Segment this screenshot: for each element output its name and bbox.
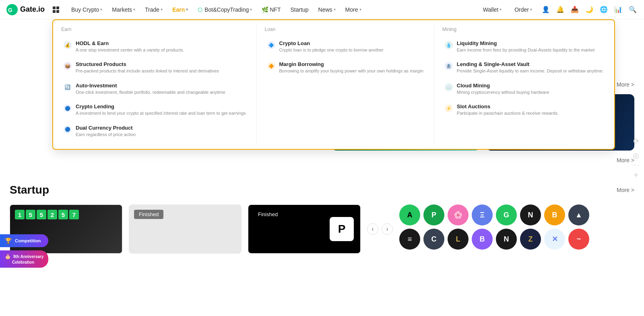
structured-products-item[interactable]: 📦 Structured Products Pre-packed product… <box>61 58 248 77</box>
loan-section: Loan 🔷 Crypto Loan Crypto loan is to ple… <box>257 20 434 149</box>
startup-section: Startup More > 1 5 5 2 5 7 <box>0 176 644 270</box>
slot-auctions-item[interactable]: ⚡ Slot Auctions Participate in parachain… <box>442 100 606 120</box>
divider-side <box>631 165 639 165</box>
search-icon[interactable]: 🔍 <box>628 5 638 14</box>
nav-earn[interactable]: Earn ▾ <box>168 5 192 14</box>
lending-vault-icon: 🏦 <box>445 62 453 70</box>
loan-section-title: Loan <box>265 27 426 32</box>
token-icon[interactable]: ~ <box>568 229 589 250</box>
download-icon[interactable]: 📥 <box>570 5 580 14</box>
settings-icon[interactable]: ◎ <box>631 151 641 160</box>
nav-order[interactable]: Order ▾ <box>510 5 536 14</box>
earn-section: Earn 💰 HODL & Earn A one stop investment… <box>53 20 256 149</box>
cloud-mining-icon: ☁️ <box>445 83 453 91</box>
buy-crypto-chevron: ▾ <box>100 7 102 12</box>
nav-wallet[interactable]: Wallet ▾ <box>479 5 506 14</box>
account-icon[interactable]: 👤 <box>541 5 551 14</box>
competition-button[interactable]: 🏆 Competition <box>0 234 48 247</box>
token-row-1: A P 🌸 Ξ G N B ▲ <box>399 204 634 225</box>
finished-badge-1: Finished <box>134 210 163 219</box>
token-icon[interactable]: 🌸 <box>448 204 469 225</box>
crypto-lending-icon: 🔵 <box>64 104 72 112</box>
navbar-right: Wallet ▾ Order ▾ 👤 🔔 📥 🌙 🌐 📊 🔍 <box>479 5 638 14</box>
token-icon[interactable]: G <box>496 204 517 225</box>
navbar: G Gate.io Buy Crypto ▾ Markets ▾ Trade ▾… <box>0 0 644 19</box>
globe-icon[interactable]: 🌐 <box>599 5 609 14</box>
mining-section: Mining 💧 Liquidity Mining Earn income fr… <box>434 20 614 149</box>
nav-bot-copy[interactable]: ⬡ Bot&CopyTrading ▾ <box>194 5 256 14</box>
nav-trade[interactable]: Trade ▾ <box>141 5 167 14</box>
logo[interactable]: G Gate.io <box>6 4 45 15</box>
logo-text: Gate.io <box>20 5 45 14</box>
finished-badge-2: Finished <box>253 210 283 219</box>
more-chevron: ▾ <box>359 7 361 12</box>
token-icon[interactable]: L <box>448 229 469 250</box>
nav-startup[interactable]: Startup <box>286 5 312 14</box>
token-icon[interactable]: C <box>423 229 444 250</box>
carousel-next[interactable]: › <box>382 223 393 235</box>
nav-more[interactable]: More ▾ <box>341 5 365 14</box>
hodl-icon: 💰 <box>64 41 72 49</box>
liquidity-mining-item[interactable]: 💧 Liquidity Mining Earn income from fees… <box>442 37 606 56</box>
bell-icon[interactable]: 🔔 <box>555 5 565 14</box>
news-chevron: ▾ <box>334 7 336 12</box>
earn-chevron: ▾ <box>186 7 188 12</box>
carousel-nav: ‹ › <box>367 204 393 254</box>
hodl-earn-item[interactable]: 💰 HODL & Earn A one stop investment cent… <box>61 37 248 56</box>
crypto-lending-item[interactable]: 🔵 Crypto Lending A investment to lend yo… <box>61 100 248 120</box>
plus-icon[interactable]: + <box>631 170 641 180</box>
crypto-loan-icon: 🔷 <box>267 41 275 49</box>
token-icon[interactable]: ≡ <box>399 229 420 250</box>
chart-icon[interactable]: 📊 <box>613 5 623 14</box>
token-icon[interactable]: ✕ <box>544 229 565 250</box>
startup-card-3[interactable]: Finished P <box>248 204 361 254</box>
nav-markets[interactable]: Markets ▾ <box>108 5 139 14</box>
nav-nft[interactable]: 🌿 NFT <box>258 5 285 14</box>
startup-cards: 1 5 5 2 5 7 Finished Finished <box>10 204 634 254</box>
more-link-startup[interactable]: More > <box>617 187 634 193</box>
token-icon[interactable]: ▲ <box>568 204 589 225</box>
mining-section-title: Mining <box>442 27 606 32</box>
earn-dropdown: Earn 💰 HODL & Earn A one stop investment… <box>52 19 615 150</box>
more-link-banners[interactable]: More > <box>332 157 634 163</box>
nav-items: Buy Crypto ▾ Markets ▾ Trade ▾ Earn ▾ ⬡ … <box>67 5 365 14</box>
auto-investment-item[interactable]: 🔄 Auto-Investment One-click investment, … <box>61 79 248 99</box>
refresh-icon[interactable]: ⟳ <box>631 136 641 146</box>
crypto-loan-item[interactable]: 🔷 Crypto Loan Crypto loan is to pledge o… <box>265 37 426 56</box>
slot-auctions-icon: ⚡ <box>445 104 453 112</box>
dark-mode-icon[interactable]: 🌙 <box>584 5 594 14</box>
token-icon[interactable]: P <box>423 204 444 225</box>
token-icon[interactable]: Z <box>520 229 541 250</box>
earn-section-title: Earn <box>61 27 248 32</box>
startup-card-2[interactable]: Finished <box>129 204 242 254</box>
startup-title: Startup <box>10 184 49 196</box>
dual-currency-icon: 🔵 <box>64 126 72 134</box>
margin-borrowing-icon: 🔶 <box>267 62 275 70</box>
nav-news[interactable]: News ▾ <box>314 5 340 14</box>
cloud-mining-item[interactable]: ☁️ Cloud Mining Mining cryptocurrency wi… <box>442 79 606 99</box>
token-icon[interactable]: B <box>472 229 493 250</box>
nav-buy-crypto[interactable]: Buy Crypto ▾ <box>67 5 106 14</box>
navbar-left: G Gate.io Buy Crypto ▾ Markets ▾ Trade ▾… <box>6 4 365 15</box>
dual-currency-item[interactable]: 🔵 Dual Currency Product Earn regardless … <box>61 122 248 141</box>
token-grid-container: A P 🌸 Ξ G N B ▲ ≡ C L B N Z ✕ ~ <box>399 204 634 254</box>
token-icon[interactable]: A <box>399 204 420 225</box>
token-row-2: ≡ C L B N Z ✕ ~ <box>399 229 634 250</box>
grid-icon[interactable] <box>53 6 59 13</box>
margin-borrowing-item[interactable]: 🔶 Margin Borrowing Borrowing to amplify … <box>265 58 426 77</box>
markets-chevron: ▾ <box>133 7 135 12</box>
carousel-prev[interactable]: ‹ <box>367 223 378 235</box>
startup-header: Startup More > <box>10 184 634 196</box>
float-buttons: 🏆 Competition 🎂 9th Anniversary Celebrat… <box>0 234 48 268</box>
bot-chevron: ▾ <box>250 7 252 12</box>
lending-vault-item[interactable]: 🏦 Lending & Single-Asset Vault Provide S… <box>442 58 606 77</box>
token-icon[interactable]: N <box>496 229 517 250</box>
anniversary-button[interactable]: 🎂 9th Anniversary Celebration <box>0 250 48 268</box>
token-icon[interactable]: Ξ <box>472 204 493 225</box>
auto-invest-icon: 🔄 <box>64 83 72 91</box>
token-icon[interactable]: N <box>520 204 541 225</box>
structured-icon: 📦 <box>64 62 72 70</box>
svg-text:G: G <box>8 7 12 13</box>
right-side-icons: ⟳ ◎ + <box>628 131 644 185</box>
token-icon[interactable]: B <box>544 204 565 225</box>
